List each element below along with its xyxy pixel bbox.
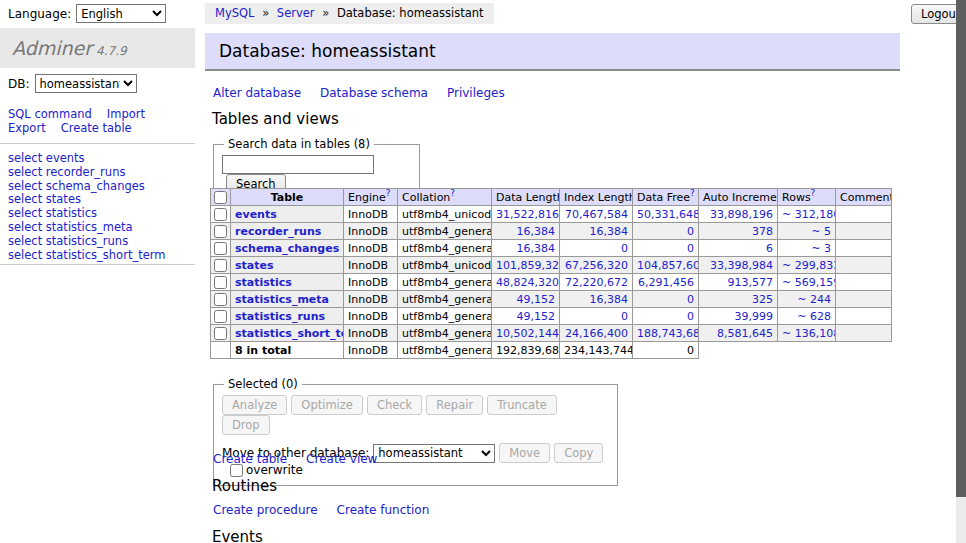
row-checkbox[interactable] bbox=[214, 327, 227, 340]
index-length-link[interactable]: 67,256,320 bbox=[565, 259, 628, 272]
index-length-link[interactable]: 72,220,672 bbox=[565, 276, 628, 289]
data-free-link[interactable]: 0 bbox=[687, 242, 694, 255]
sidebar-item-select-statistics-meta[interactable]: select statistics_meta bbox=[8, 221, 165, 235]
table-name-link[interactable]: statistics_runs bbox=[235, 310, 325, 323]
help-link[interactable]: ? bbox=[690, 189, 695, 198]
select-all-cell bbox=[211, 189, 231, 206]
table-name-link[interactable]: schema_changes bbox=[235, 242, 339, 255]
table-name-link[interactable]: statistics bbox=[235, 276, 292, 289]
tables-tbody: eventsInnoDButf8mb4_unicode_ci31,522,816… bbox=[211, 206, 892, 359]
link-create-procedure[interactable]: Create procedure bbox=[213, 503, 318, 517]
table-name-cell: events bbox=[231, 206, 344, 223]
breadcrumb-item-mysql[interactable]: MySQL bbox=[215, 6, 255, 20]
language-select[interactable]: English bbox=[76, 4, 166, 23]
index-length-link[interactable]: 16,384 bbox=[590, 225, 629, 238]
index-length-link[interactable]: 24,166,400 bbox=[565, 327, 628, 340]
data-length-link[interactable]: 49,152 bbox=[517, 310, 556, 323]
auto-increment-link[interactable]: 325 bbox=[752, 293, 773, 306]
sidebar-action-create-table[interactable]: Create table bbox=[61, 121, 132, 135]
sidebar-item-select-statistics-short-term[interactable]: select statistics_short_term bbox=[8, 249, 165, 263]
auto-increment-link[interactable]: 6 bbox=[766, 242, 773, 255]
index-length-cell: 0 bbox=[560, 308, 633, 325]
db-select[interactable]: homeassistant bbox=[35, 74, 137, 93]
link-create-view[interactable]: Create view bbox=[306, 452, 377, 466]
table-name-link[interactable]: events bbox=[235, 208, 277, 221]
data-free-link[interactable]: 104,857,600 bbox=[637, 259, 699, 272]
data-free-cell: 6,291,456 bbox=[633, 274, 699, 291]
scrollbar-track[interactable] bbox=[956, 0, 966, 543]
help-link[interactable]: ? bbox=[450, 189, 455, 198]
sidebar-item-select-statistics[interactable]: select statistics bbox=[8, 207, 165, 221]
rows-estimate-link[interactable]: ~ 136,108 bbox=[782, 327, 836, 340]
auto-increment-link[interactable]: 33,898,196 bbox=[710, 208, 773, 221]
help-link[interactable]: ? bbox=[811, 189, 816, 198]
sidebar-item-select-statistics-runs[interactable]: select statistics_runs bbox=[8, 235, 165, 249]
data-free-link[interactable]: 50,331,648 bbox=[637, 208, 699, 221]
table-name-link[interactable]: statistics_meta bbox=[235, 293, 329, 306]
row-checkbox[interactable] bbox=[214, 225, 227, 238]
link-database-schema[interactable]: Database schema bbox=[320, 86, 428, 100]
rows-estimate-link[interactable]: ~ 3 bbox=[811, 242, 831, 255]
data-length-link[interactable]: 31,522,816 bbox=[496, 208, 559, 221]
auto-increment-cell: 39,999 bbox=[699, 308, 778, 325]
sidebar-item-select-states[interactable]: select states bbox=[8, 193, 165, 207]
link-alter-database[interactable]: Alter database bbox=[213, 86, 301, 100]
row-checkbox[interactable] bbox=[214, 208, 227, 221]
table-row: statesInnoDButf8mb4_unicode_ci101,859,32… bbox=[211, 257, 892, 274]
row-checkbox[interactable] bbox=[214, 293, 227, 306]
data-length-link[interactable]: 16,384 bbox=[517, 242, 556, 255]
auto-increment-link[interactable]: 378 bbox=[752, 225, 773, 238]
index-length-link[interactable]: 0 bbox=[621, 310, 628, 323]
data-length-link[interactable]: 49,152 bbox=[517, 293, 556, 306]
table-name-cell: statistics_short_term bbox=[231, 325, 344, 342]
data-length-link[interactable]: 48,824,320 bbox=[496, 276, 559, 289]
table-name-link[interactable]: states bbox=[235, 259, 274, 272]
auto-increment-link[interactable]: 39,999 bbox=[735, 310, 774, 323]
data-length-link[interactable]: 101,859,328 bbox=[496, 259, 560, 272]
rows-estimate-link[interactable]: ~ 628 bbox=[797, 310, 831, 323]
search-input[interactable] bbox=[222, 155, 374, 174]
data-free-link[interactable]: 0 bbox=[687, 225, 694, 238]
index-length-link[interactable]: 70,467,584 bbox=[565, 208, 628, 221]
data-length-link[interactable]: 10,502,144 bbox=[496, 327, 559, 340]
sidebar-item-select-recorder-runs[interactable]: select recorder_runs bbox=[8, 166, 165, 180]
data-length-link[interactable]: 16,384 bbox=[517, 225, 556, 238]
link-create-table[interactable]: Create table bbox=[213, 452, 287, 466]
breadcrumb-item-server[interactable]: Server bbox=[277, 6, 315, 20]
help-link[interactable]: ? bbox=[386, 189, 391, 198]
data-free-link[interactable]: 6,291,456 bbox=[638, 276, 694, 289]
auto-increment-link[interactable]: 913,577 bbox=[728, 276, 774, 289]
index-length-link[interactable]: 0 bbox=[621, 242, 628, 255]
app-title: Adminer4.7.9 bbox=[0, 28, 195, 68]
row-checkbox[interactable] bbox=[214, 310, 227, 323]
rows-estimate-link[interactable]: ~ 244 bbox=[797, 293, 831, 306]
select-all-checkbox[interactable] bbox=[214, 191, 227, 204]
row-checkbox-cell bbox=[211, 325, 231, 342]
data-length-cell: 101,859,328 bbox=[492, 257, 560, 274]
scrollbar-thumb[interactable] bbox=[956, 0, 966, 497]
rows-estimate-link[interactable]: ~ 299,833 bbox=[782, 259, 836, 272]
auto-increment-link[interactable]: 8,581,645 bbox=[717, 327, 773, 340]
table-name-link[interactable]: recorder_runs bbox=[235, 225, 321, 238]
data-free-link[interactable]: 188,743,680 bbox=[637, 327, 699, 340]
row-checkbox[interactable] bbox=[214, 259, 227, 272]
sidebar-action-sql-command[interactable]: SQL command bbox=[8, 107, 92, 121]
sidebar-item-select-events[interactable]: select events bbox=[8, 152, 165, 166]
link-create-function[interactable]: Create function bbox=[337, 503, 430, 517]
link-privileges[interactable]: Privileges bbox=[447, 86, 505, 100]
sidebar-action-import[interactable]: Import bbox=[107, 107, 145, 121]
row-checkbox[interactable] bbox=[214, 276, 227, 289]
index-length-cell: 0 bbox=[560, 240, 633, 257]
engine-cell: InnoDB bbox=[344, 291, 398, 308]
table-name-link[interactable]: statistics_short_term bbox=[235, 327, 344, 340]
sidebar-action-export[interactable]: Export bbox=[8, 121, 46, 135]
auto-increment-link[interactable]: 33,398,984 bbox=[710, 259, 773, 272]
data-free-link[interactable]: 0 bbox=[687, 310, 694, 323]
row-checkbox[interactable] bbox=[214, 242, 227, 255]
rows-estimate-link[interactable]: ~ 569,159 bbox=[782, 276, 836, 289]
index-length-link[interactable]: 16,384 bbox=[590, 293, 629, 306]
sidebar-item-select-schema-changes[interactable]: select schema_changes bbox=[8, 180, 165, 194]
data-free-link[interactable]: 0 bbox=[687, 293, 694, 306]
rows-estimate-link[interactable]: ~ 5 bbox=[811, 225, 831, 238]
rows-estimate-link[interactable]: ~ 312,180 bbox=[782, 208, 836, 221]
